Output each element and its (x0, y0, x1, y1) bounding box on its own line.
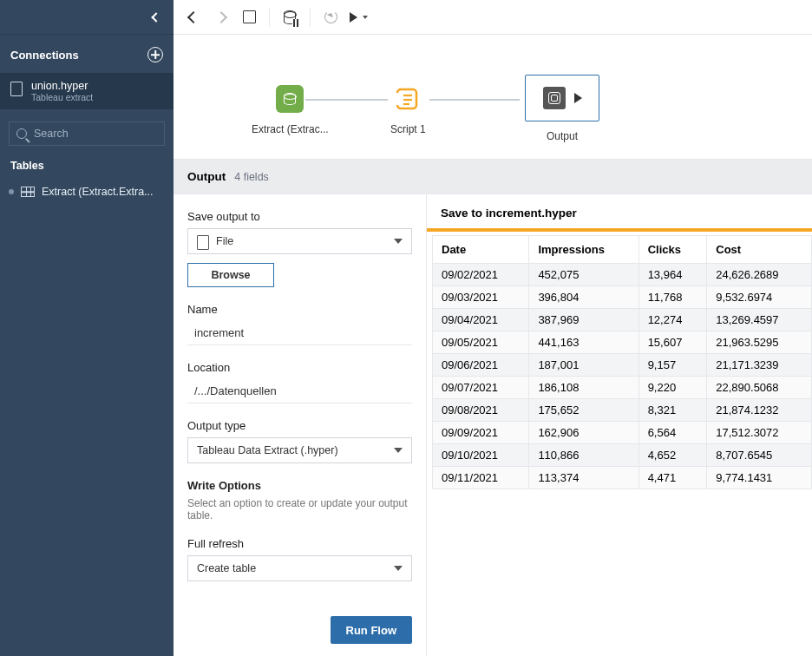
table-cell: 13,269.4597 (707, 309, 812, 331)
table-cell: 09/05/2021 (433, 331, 529, 354)
table-cell: 4,652 (638, 444, 707, 467)
table-cell: 187,001 (529, 354, 638, 377)
preview-table: DateImpressionsClicksCost 09/02/2021452,… (432, 235, 812, 489)
table-cell: 452,075 (529, 264, 638, 286)
output-type-label: Output type (187, 419, 412, 432)
connections-label: Connections (10, 49, 79, 62)
caret-down-icon (363, 16, 368, 19)
play-icon (574, 93, 582, 103)
table-cell: 8,707.6545 (707, 444, 812, 467)
panels: Save output to File Browse Name incremen… (174, 194, 812, 656)
table-cell: 09/04/2021 (433, 309, 529, 331)
table-row: 09/05/2021441,16315,60721,963.5295 (433, 331, 812, 354)
table-row: 09/04/2021387,96912,27413,269.4597 (433, 309, 812, 331)
column-header[interactable]: Clicks (638, 236, 707, 264)
table-cell: 186,108 (529, 377, 638, 399)
main-area: Extract (Extrac... Script 1 (174, 0, 812, 656)
sidebar: Connections union.hyper Tableau extract … (0, 0, 174, 656)
output-icon (548, 92, 560, 104)
connection-name: union.hyper (31, 80, 93, 92)
table-cell: 09/11/2021 (433, 467, 529, 489)
location-label: Location (187, 361, 412, 374)
table-cell: 175,652 (529, 399, 638, 422)
app-root: Connections union.hyper Tableau extract … (0, 0, 812, 656)
toolbar (174, 0, 812, 35)
full-refresh-value: Create table (197, 562, 256, 574)
run-button[interactable] (350, 10, 366, 25)
table-cell: 09/03/2021 (433, 286, 529, 309)
table-cell: 17,512.3072 (707, 422, 812, 444)
table-cell: 13,964 (638, 264, 707, 286)
name-input[interactable]: increment (187, 321, 412, 345)
flow-node-script[interactable]: Script 1 (390, 85, 426, 135)
table-cell: 21,874.1232 (707, 399, 812, 422)
run-flow-button[interactable]: Run Flow (331, 616, 413, 644)
step-title: Output (187, 170, 226, 183)
separator-icon (269, 8, 270, 27)
write-options-hint: Select an option to create or update you… (187, 497, 412, 522)
arrow-left-icon (187, 10, 200, 23)
table-cell: 110,866 (529, 444, 638, 467)
table-cell: 24,626.2689 (707, 264, 812, 286)
refresh-button[interactable] (323, 10, 338, 25)
table-cell: 09/08/2021 (433, 399, 529, 422)
table-cell: 09/02/2021 (433, 264, 529, 286)
table-row: 09/10/2021110,8664,6528,707.6545 (433, 444, 812, 467)
table-cell: 15,607 (638, 331, 707, 354)
table-cell: 387,969 (529, 309, 638, 331)
table-item-extract[interactable]: Extract (Extract.Extra... (0, 180, 174, 203)
location-input[interactable]: /.../Datenquellen (187, 379, 412, 403)
pause-data-button[interactable] (282, 10, 298, 25)
preview-panel: Save to increment.hyper DateImpressionsC… (427, 194, 812, 656)
table-cell: 4,471 (638, 467, 707, 489)
table-row: 09/09/2021162,9066,56417,512.3072 (433, 422, 812, 444)
save-output-to-select[interactable]: File (187, 228, 412, 254)
caret-down-icon (394, 448, 403, 453)
output-config-panel: Save output to File Browse Name incremen… (174, 194, 427, 656)
browse-button[interactable]: Browse (187, 263, 274, 287)
add-connection-button[interactable] (147, 47, 163, 62)
database-pause-icon (284, 10, 296, 24)
output-type-select[interactable]: Tableau Data Extract (.hyper) (187, 437, 412, 463)
full-refresh-select[interactable]: Create table (187, 555, 412, 581)
file-icon (10, 82, 23, 96)
search-icon (16, 128, 27, 139)
table-cell: 162,906 (529, 422, 638, 444)
connection-subtitle: Tableau extract (31, 92, 93, 102)
save-output-to-value: File (216, 235, 233, 247)
table-row: 09/02/2021452,07513,96424,626.2689 (433, 264, 812, 286)
table-cell: 21,963.5295 (707, 331, 812, 354)
column-header[interactable]: Impressions (529, 236, 638, 264)
column-header[interactable]: Cost (707, 236, 812, 264)
table-cell: 8,321 (638, 399, 707, 422)
flow-node-output[interactable]: Output (525, 75, 599, 142)
flow-node-label: Output (525, 130, 599, 142)
flow-canvas[interactable]: Extract (Extrac... Script 1 (174, 35, 812, 160)
save-icon (243, 10, 256, 23)
table-cell: 09/07/2021 (433, 377, 529, 399)
table-cell: 9,220 (638, 377, 707, 399)
save-button[interactable] (241, 10, 257, 25)
sidebar-collapse-button[interactable] (0, 0, 174, 35)
table-cell: 22,890.5068 (707, 377, 812, 399)
search-input[interactable]: Search (9, 121, 165, 146)
table-cell: 113,374 (529, 467, 638, 489)
connection-item[interactable]: union.hyper Tableau extract (0, 73, 174, 109)
table-icon (21, 187, 35, 197)
step-header: Output 4 fields (174, 160, 812, 194)
step-meta: 4 fields (234, 171, 269, 183)
flow-node-extract[interactable]: Extract (Extrac... (252, 85, 329, 135)
forward-button[interactable] (213, 10, 229, 25)
arrow-right-icon (215, 10, 227, 23)
back-button[interactable] (186, 10, 201, 25)
save-output-to-label: Save output to (187, 210, 412, 223)
file-icon (197, 235, 209, 250)
column-header[interactable]: Date (433, 236, 529, 264)
chevron-left-icon (151, 12, 160, 22)
flow-edge (429, 99, 520, 101)
accent-strip (427, 228, 812, 232)
table-cell: 441,163 (529, 331, 638, 354)
flow-node-label: Script 1 (390, 123, 426, 135)
table-cell: 396,804 (529, 286, 638, 309)
table-cell: 09/06/2021 (433, 354, 529, 377)
